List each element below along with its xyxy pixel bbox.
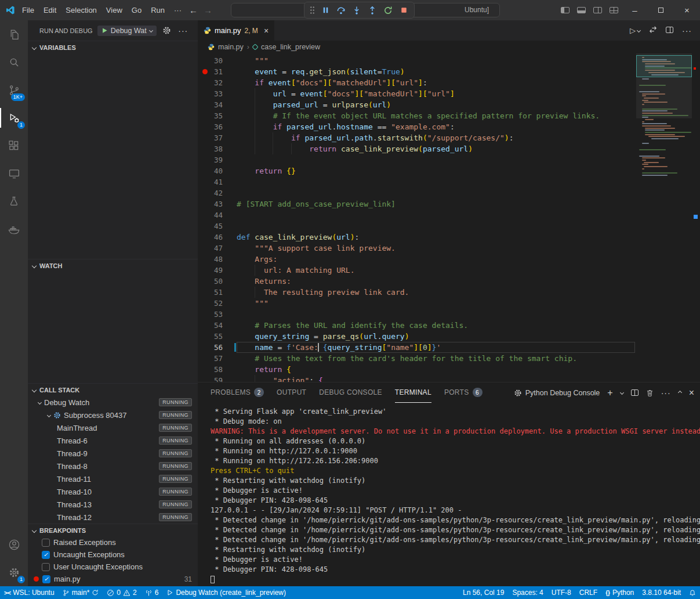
code-line-51[interactable]: 51 The resulting preview link card. [198,287,700,298]
close-window-button[interactable]: × [674,0,700,20]
gutter[interactable]: 40 [198,165,237,176]
code-line-48[interactable]: 48 Args: [198,254,700,265]
checkbox[interactable] [42,563,50,571]
menu-edit[interactable]: Edit [39,0,61,20]
gutter[interactable]: 41 [198,176,237,187]
panel-more-icon[interactable]: ··· [661,390,671,396]
breadcrumb-symbol[interactable]: case_link_preview [261,43,320,51]
kill-terminal-icon[interactable] [646,389,654,397]
toggle-primary-sidebar-icon[interactable] [557,0,573,20]
menu-selection[interactable]: Selection [61,0,101,20]
run-python-file-button[interactable]: ▷ [630,26,640,35]
menu-more[interactable]: ··· [169,0,186,20]
activity-testing-icon[interactable] [0,187,28,215]
callstack-item-thread-8[interactable]: Thread-8RUNNING [28,460,198,472]
gutter[interactable]: 33 [198,88,237,99]
toggle-secondary-sidebar-icon[interactable] [589,0,605,20]
breadcrumb-file[interactable]: main.py [218,43,244,51]
terminal-dropdown-icon[interactable] [621,391,623,394]
go-forward-icon[interactable]: → [204,5,212,15]
callstack-item-subprocess-80437[interactable]: Subprocess 80437RUNNING [28,409,198,421]
code-line-47[interactable]: 47 """A support case link preview. [198,243,700,254]
python-interpreter[interactable]: 3.8.10 64-bit [638,586,685,599]
code-line-44[interactable]: 44 [198,210,700,221]
callstack-item-mainthread[interactable]: MainThreadRUNNING [28,421,198,434]
code-line-57[interactable]: 57 # Uses the text from the card's heade… [198,353,700,364]
pause-button[interactable] [320,5,331,16]
callstack-item-thread-6[interactable]: Thread-6RUNNING [28,434,198,447]
notifications-bell-icon[interactable] [685,586,700,599]
debug-gear-icon[interactable] [161,26,173,35]
menu-view[interactable]: View [101,0,127,20]
gutter[interactable]: 54 [198,320,237,331]
gutter[interactable]: 49 [198,265,237,276]
variables-section-header[interactable]: VARIABLES [28,41,198,53]
code-line-33[interactable]: 33 url = event["docs"]["matchedUrl"]["ur… [198,88,700,99]
open-changes-icon[interactable] [649,26,657,35]
gutter[interactable]: 52 [198,298,237,309]
code-line-46[interactable]: 46def case_link_preview(url): [198,232,700,243]
gutter[interactable]: 37 [198,132,237,143]
editor-more-icon[interactable]: ··· [682,28,692,34]
gutter[interactable]: 31 [198,66,237,77]
problems-indicator[interactable]: 0 2 [103,586,140,599]
step-over-button[interactable] [336,5,346,16]
callstack-item-thread-10[interactable]: Thread-10RUNNING [28,485,198,498]
checkbox[interactable]: ✓ [42,575,50,583]
terminal-output[interactable]: * Serving Flask app 'create_link_preview… [198,403,700,586]
activity-source-control-icon[interactable]: 1K+ [0,76,28,104]
gutter[interactable]: 39 [198,154,237,165]
gutter[interactable]: 45 [198,221,237,232]
panel-tab-debug-console[interactable]: DEBUG CONSOLE [319,383,382,403]
activity-search-icon[interactable] [0,48,28,76]
drag-handle-icon[interactable] [310,6,315,15]
code-line-53[interactable]: 53 [198,309,700,320]
gutter[interactable]: 56 [198,342,237,353]
gutter[interactable]: 36 [198,121,237,132]
code-line-39[interactable]: 39 [198,154,700,165]
gutter[interactable]: 47 [198,243,237,254]
code-line-32[interactable]: 32 if event["docs"]["matchedUrl"]["url"]… [198,77,700,88]
gutter[interactable]: 51 [198,287,237,298]
gutter[interactable]: 34 [198,99,237,110]
ports-indicator[interactable]: 6 [141,586,163,599]
panel-tab-ports[interactable]: PORTS6 [444,383,483,403]
code-line-59[interactable]: 59 "action": { [198,375,700,382]
code-editor[interactable]: 30 """31 event = req.get_json(silent=Tru… [198,53,700,382]
code-line-42[interactable]: 42 [198,187,700,199]
gutter[interactable]: 43 [198,199,237,210]
code-line-36[interactable]: 36 if parsed_url.hostname == "example.co… [198,121,700,132]
stop-button[interactable] [398,5,409,16]
overview-ruler[interactable] [692,53,700,382]
tab-close-icon[interactable]: × [264,26,269,35]
code-line-38[interactable]: 38 return case_link_preview(parsed_url) [198,143,700,154]
go-back-icon[interactable]: ← [189,5,198,15]
code-line-55[interactable]: 55 query_string = parse_qs(url.query) [198,331,700,342]
tab-main-py[interactable]: main.py 2, M × [198,20,274,41]
activity-explorer-icon[interactable] [0,20,28,48]
gutter[interactable]: 59 [198,375,237,382]
activity-accounts-icon[interactable] [0,531,28,558]
minimize-button[interactable]: – [622,0,648,20]
eol-selector[interactable]: CRLF [575,586,601,599]
gutter[interactable]: 38 [198,143,237,154]
gutter[interactable]: 53 [198,309,237,320]
activity-run-debug-icon[interactable]: 1 [0,104,28,132]
code-line-43[interactable]: 43# [START add_ons_case_preview_link] [198,199,700,210]
code-line-56[interactable]: 56 name = f'Case: {query_string["name"][… [198,342,700,353]
split-editor-icon[interactable] [666,26,673,35]
indentation[interactable]: Spaces: 4 [508,586,547,599]
callstack-item-thread-13[interactable]: Thread-13RUNNING [28,498,198,511]
new-terminal-icon[interactable]: + [607,389,612,397]
code-line-31[interactable]: 31 event = req.get_json(silent=True) [198,66,700,77]
branch-indicator[interactable]: main* [59,586,103,599]
gutter[interactable]: 58 [198,364,237,375]
breakpoint-item-uncaught-exceptions[interactable]: ✓Uncaught Exceptions [28,549,198,561]
language-mode[interactable]: {} Python [601,586,638,599]
breakpoint-item-main-py[interactable]: ✓main.py31 [28,573,198,585]
activity-remote-explorer-icon[interactable] [0,160,28,187]
code-line-34[interactable]: 34 parsed_url = urlparse(url) [198,99,700,110]
split-terminal-icon[interactable] [631,389,639,396]
code-line-40[interactable]: 40 return {} [198,165,700,176]
breakpoint-item-raised-exceptions[interactable]: Raised Exceptions [28,536,198,549]
